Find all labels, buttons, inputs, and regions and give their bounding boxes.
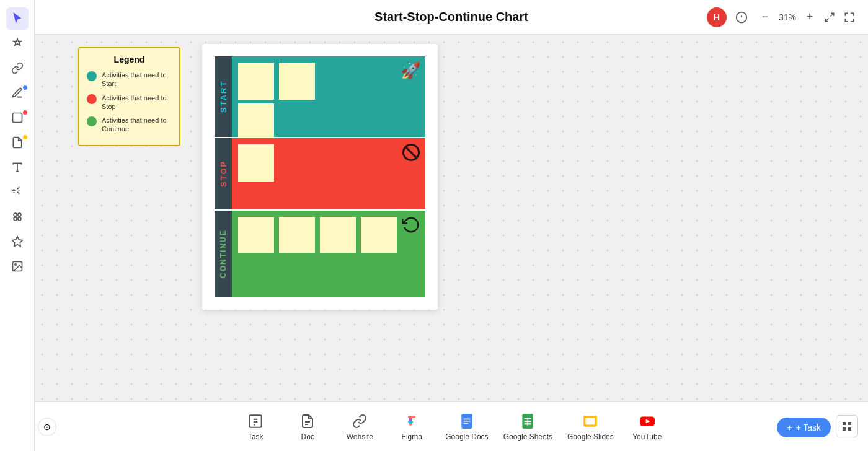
pen-tool[interactable] bbox=[6, 82, 29, 104]
info-button[interactable] bbox=[732, 7, 751, 27]
stop-row: STOP bbox=[215, 138, 425, 209]
youtube-label: YouTube bbox=[632, 432, 662, 441]
svg-point-6 bbox=[17, 217, 20, 221]
svg-point-5 bbox=[14, 217, 17, 221]
website-label: Website bbox=[347, 432, 373, 441]
sticky-7 bbox=[320, 217, 356, 253]
taskbar: ⊙ Task Doc bbox=[35, 401, 868, 451]
select-tool[interactable] bbox=[6, 7, 29, 30]
add-task-label: + Task bbox=[795, 423, 821, 432]
google-docs-icon bbox=[458, 413, 476, 430]
start-icon: 🚀 bbox=[401, 61, 420, 81]
drag-handle-icon[interactable]: ⊙ bbox=[38, 418, 56, 436]
google-slides-icon bbox=[582, 413, 599, 430]
doc-label: Doc bbox=[301, 432, 314, 441]
svg-marker-7 bbox=[12, 237, 22, 247]
continue-label: CONTINUE bbox=[215, 211, 232, 297]
topbar-right: H − 31% + bbox=[707, 7, 858, 27]
text-tool[interactable] bbox=[6, 156, 29, 178]
taskbar-google-slides[interactable]: Google Slides bbox=[567, 413, 614, 441]
svg-line-16 bbox=[405, 147, 417, 158]
svg-rect-37 bbox=[848, 422, 851, 425]
stop-label: STOP bbox=[215, 138, 232, 209]
website-icon bbox=[351, 413, 368, 430]
stop-icon bbox=[402, 143, 420, 166]
legend-label-stop: Activities that need to Stop bbox=[102, 94, 172, 112]
zoom-controls: − 31% + bbox=[756, 9, 858, 26]
fullscreen-button[interactable] bbox=[841, 9, 858, 26]
sticky-1 bbox=[238, 63, 274, 100]
legend-box: Legend Activities that need to Start Act… bbox=[78, 47, 180, 146]
svg-line-13 bbox=[831, 13, 834, 16]
figma-label: Figma bbox=[402, 432, 422, 441]
legend-title: Legend bbox=[87, 55, 172, 64]
google-slides-label: Google Slides bbox=[567, 432, 614, 441]
effects-tool[interactable] bbox=[6, 230, 29, 253]
sticky-3 bbox=[238, 103, 274, 141]
svg-rect-24 bbox=[464, 418, 471, 419]
link-tool[interactable] bbox=[6, 57, 29, 79]
taskbar-google-docs[interactable]: Google Docs bbox=[445, 413, 488, 441]
image-tool[interactable] bbox=[6, 255, 29, 278]
chart-container: START 🚀 STOP CONT bbox=[202, 44, 438, 310]
start-label: START bbox=[215, 56, 232, 137]
youtube-icon bbox=[639, 413, 656, 430]
legend-circle-start bbox=[87, 71, 97, 81]
sticky-6 bbox=[279, 217, 315, 253]
svg-line-14 bbox=[825, 18, 828, 21]
topbar: Start-Stop-Continue Chart H − 31% + bbox=[35, 0, 868, 35]
avatar: H bbox=[707, 7, 727, 27]
svg-rect-33 bbox=[586, 418, 595, 424]
grid-view-button[interactable] bbox=[836, 415, 858, 437]
fit-width-button[interactable] bbox=[821, 9, 838, 26]
add-task-icon: + bbox=[787, 423, 792, 432]
zoom-out-button[interactable]: − bbox=[756, 9, 774, 26]
taskbar-doc[interactable]: Doc bbox=[289, 413, 326, 441]
canvas[interactable]: Legend Activities that need to Start Act… bbox=[35, 35, 868, 451]
sticky-5 bbox=[238, 217, 274, 253]
taskbar-youtube[interactable]: YouTube bbox=[629, 413, 666, 441]
legend-item-start: Activities that need to Start bbox=[87, 71, 172, 89]
legend-item-stop: Activities that need to Stop bbox=[87, 94, 172, 112]
google-docs-label: Google Docs bbox=[445, 432, 488, 441]
shape-tool[interactable] bbox=[6, 107, 29, 129]
note-tool[interactable] bbox=[6, 131, 29, 154]
continue-icon bbox=[402, 216, 420, 239]
doc-icon bbox=[299, 413, 316, 430]
zoom-in-button[interactable]: + bbox=[801, 9, 818, 26]
svg-point-9 bbox=[14, 264, 16, 266]
taskbar-figma[interactable]: Figma bbox=[393, 413, 430, 441]
legend-circle-stop bbox=[87, 94, 97, 104]
sticky-4 bbox=[238, 144, 274, 182]
legend-label-start: Activities that need to Start bbox=[102, 71, 172, 89]
continue-content bbox=[232, 211, 425, 297]
zoom-level: 31% bbox=[776, 12, 799, 22]
svg-rect-39 bbox=[848, 427, 851, 431]
taskbar-google-sheets[interactable]: Google Sheets bbox=[503, 413, 552, 441]
legend-item-continue: Activities that need to Continue bbox=[87, 116, 172, 134]
figma-icon bbox=[403, 413, 420, 430]
svg-point-4 bbox=[17, 213, 20, 216]
task-icon bbox=[247, 413, 264, 430]
page-title: Start-Stop-Continue Chart bbox=[374, 10, 528, 24]
magic-tool[interactable] bbox=[6, 181, 29, 203]
legend-circle-continue bbox=[87, 116, 97, 126]
svg-point-3 bbox=[14, 213, 17, 216]
task-label: Task bbox=[248, 432, 264, 441]
start-row: START 🚀 bbox=[215, 56, 425, 137]
taskbar-website[interactable]: Website bbox=[341, 413, 378, 441]
group-tool[interactable] bbox=[6, 206, 29, 228]
taskbar-task[interactable]: Task bbox=[237, 413, 274, 441]
svg-rect-26 bbox=[464, 423, 469, 424]
legend-label-continue: Activities that need to Continue bbox=[102, 116, 172, 134]
add-task-button[interactable]: + + Task bbox=[777, 418, 831, 437]
svg-rect-0 bbox=[12, 113, 22, 123]
google-sheets-label: Google Sheets bbox=[503, 432, 552, 441]
svg-rect-25 bbox=[464, 420, 471, 421]
ai-tool[interactable] bbox=[6, 32, 29, 55]
sticky-8 bbox=[361, 217, 397, 253]
sidebar bbox=[0, 0, 35, 451]
start-content: 🚀 bbox=[232, 56, 425, 137]
google-sheets-icon bbox=[519, 413, 536, 430]
svg-rect-36 bbox=[843, 422, 846, 425]
